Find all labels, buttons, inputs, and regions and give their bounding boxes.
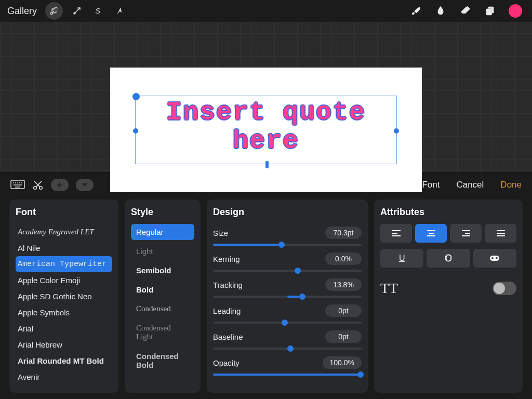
font-item[interactable]: Arial Hebrew <box>16 337 112 353</box>
underline-button[interactable]: U <box>380 249 423 268</box>
keyboard-icon[interactable] <box>10 179 25 191</box>
smudge-icon[interactable] <box>431 2 450 20</box>
handle-mid-right[interactable] <box>394 128 399 134</box>
style-item[interactable]: Condensed Bold <box>131 348 194 373</box>
font-item[interactable]: Academy Engraved LET <box>16 224 112 240</box>
svg-rect-30 <box>490 256 499 261</box>
color-swatch[interactable] <box>506 2 525 20</box>
text-edit-panels: Font Academy Engraved LET Al Nile Americ… <box>0 196 532 399</box>
alignment-segment <box>380 224 516 243</box>
align-left-button[interactable] <box>380 224 412 243</box>
handle-top-left[interactable] <box>132 93 140 100</box>
kerning-row[interactable]: Kerning 0.0% <box>213 250 362 268</box>
font-panel-title: Font <box>16 207 112 218</box>
transform-icon[interactable] <box>113 2 128 20</box>
align-right-button[interactable] <box>450 224 482 243</box>
outline-button[interactable]: O <box>427 249 470 268</box>
dropdown-button[interactable] <box>76 179 94 191</box>
brush-icon[interactable] <box>406 2 425 20</box>
svg-point-32 <box>496 257 498 259</box>
font-item-selected[interactable]: American Typewriter <box>16 256 112 272</box>
style-item[interactable]: Light <box>131 243 194 259</box>
artboard: Insert quote here <box>110 68 422 192</box>
align-center-button[interactable] <box>415 224 447 243</box>
tracking-row[interactable]: Tracking 13.8% <box>213 276 362 294</box>
style-item-selected[interactable]: Regular <box>131 224 194 240</box>
text-style-segment: U O <box>380 249 516 268</box>
style-item[interactable]: Semibold <box>131 262 194 278</box>
cut-icon[interactable] <box>32 179 44 191</box>
add-button[interactable] <box>51 179 69 191</box>
baseline-row[interactable]: Baseline 0pt <box>213 328 362 345</box>
svg-text:S: S <box>95 6 100 15</box>
font-item[interactable]: Arial Rounded MT Bold <box>16 353 112 369</box>
caps-label: TT <box>380 280 398 297</box>
attributes-panel: Attributes U O TT <box>374 200 523 393</box>
eraser-icon[interactable] <box>456 2 475 20</box>
design-panel-title: Design <box>213 207 362 218</box>
top-toolbar: Gallery S <box>0 0 532 22</box>
text-bounding-box[interactable]: Insert quote here <box>135 96 397 164</box>
svg-rect-5 <box>486 8 492 15</box>
layers-icon[interactable] <box>481 2 500 20</box>
caps-toggle[interactable] <box>493 282 516 295</box>
leading-row[interactable]: Leading 0pt <box>213 302 362 320</box>
style-panel-title: Style <box>131 207 194 218</box>
caps-row: TT <box>380 280 516 297</box>
cancel-button[interactable]: Cancel <box>456 180 484 190</box>
selection-icon[interactable]: S <box>91 2 107 20</box>
handle-mid-left[interactable] <box>133 128 138 134</box>
gallery-button[interactable]: Gallery <box>7 6 37 17</box>
handle-bottom-mid[interactable] <box>265 161 269 168</box>
font-panel: Font Academy Engraved LET Al Nile Americ… <box>9 200 118 393</box>
svg-point-0 <box>50 12 52 15</box>
svg-point-31 <box>491 257 494 259</box>
style-item[interactable]: Condensed <box>131 301 194 317</box>
canvas-area[interactable]: Insert quote here <box>0 22 532 172</box>
opacity-row[interactable]: Opacity 100.0% <box>213 354 362 371</box>
style-panel: Style Regular Light Semibold Bold Conden… <box>125 200 201 393</box>
font-item[interactable]: Al Nile <box>16 240 112 256</box>
align-justify-button[interactable] <box>485 224 516 243</box>
font-item[interactable]: Arial <box>16 321 112 337</box>
actions-icon[interactable] <box>45 2 63 20</box>
font-item[interactable]: Apple Symbols <box>16 304 112 321</box>
style-item[interactable]: Bold <box>131 282 194 298</box>
font-item[interactable]: Avenir <box>16 369 112 385</box>
attributes-panel-title: Attributes <box>380 207 516 218</box>
font-item[interactable]: Apple Color Emoji <box>16 272 112 288</box>
size-row[interactable]: Size 70.3pt <box>213 224 362 242</box>
design-panel: Design Size 70.3pt Kerning 0.0% Tracking… <box>207 200 368 393</box>
adjustments-icon[interactable] <box>69 2 85 20</box>
text-content[interactable]: Insert quote here <box>136 98 396 155</box>
strikethrough-button[interactable] <box>473 249 516 268</box>
font-item[interactable]: Apple SD Gothic Neo <box>16 288 112 304</box>
done-button[interactable]: Done <box>500 180 522 190</box>
style-item[interactable]: Condensed Light <box>131 320 194 345</box>
